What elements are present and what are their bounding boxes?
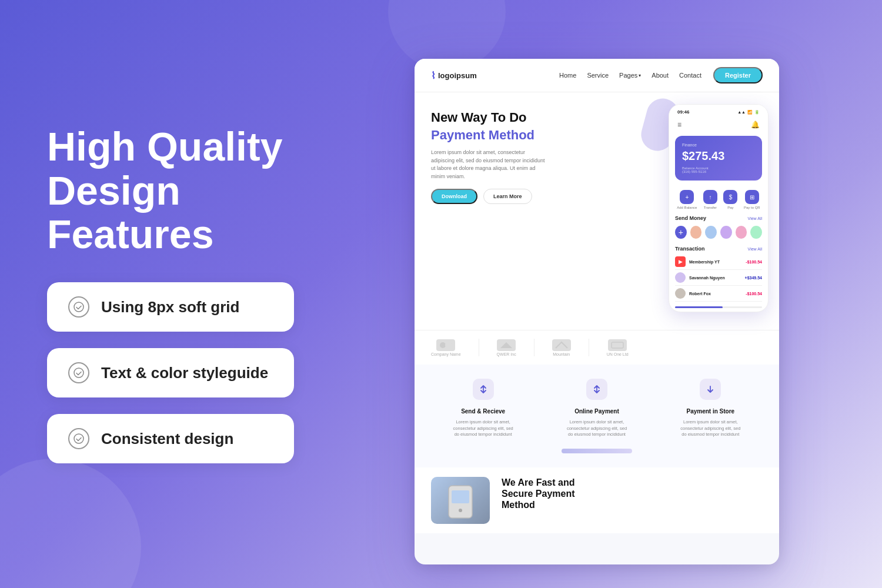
svg-point-4 xyxy=(445,342,452,348)
tx-name-2: Robert Fox xyxy=(689,292,711,296)
feature-item-title-1: Online Payment xyxy=(574,408,619,415)
hero-heading-1: New Way To Do xyxy=(431,110,653,125)
transfer-icon: ↑ xyxy=(703,190,717,204)
nav-pages[interactable]: Pages ▾ xyxy=(619,72,641,79)
send-money-link[interactable]: View All xyxy=(748,216,762,220)
svg-point-9 xyxy=(459,509,462,512)
tx-icon-savannah xyxy=(675,272,686,283)
partner-3: Mountain xyxy=(552,339,571,356)
tx-icon-yt: ▶ xyxy=(675,256,686,267)
phone-menu-icon: ≡ xyxy=(677,121,681,129)
logo-text: logoipsum xyxy=(438,71,477,80)
bottom-section: We Are Fast and Secure Payment Method xyxy=(415,467,779,533)
feature-text-design: Consistent design xyxy=(101,430,233,448)
phone-action-transfer[interactable]: ↑ Transfer xyxy=(703,190,717,209)
hero-text-col: New Way To Do Payment Method Lorem ipsum… xyxy=(431,110,653,318)
phone-transactions: ▶ Membership YT -$100.54 Savannah Nguyen… xyxy=(669,254,768,306)
phone-send-money-header: Send Money View All xyxy=(669,213,768,223)
avatar-3 xyxy=(720,226,732,239)
feature-item-0: Send & Recieve Lorem ipsum dolor sit ame… xyxy=(431,379,535,438)
check-icon-design xyxy=(68,428,89,449)
partner-logo-2 xyxy=(497,339,516,351)
learn-more-button[interactable]: Learn More xyxy=(483,189,532,204)
qr-icon: ⊞ xyxy=(745,190,759,204)
partner-4: UN One Ltd xyxy=(607,339,629,356)
phone-action-pay[interactable]: $ Pay xyxy=(723,190,737,209)
send-money-title: Send Money xyxy=(675,215,706,221)
nav-service[interactable]: Service xyxy=(587,72,609,79)
feature-item-desc-2: Lorem ipsum dolor sit amet, consectetur … xyxy=(678,419,743,438)
nav-about[interactable]: About xyxy=(652,72,669,79)
feature-item-desc-0: Lorem ipsum dolor sit amet, consectetur … xyxy=(451,419,516,438)
tx-name-1: Savannah Nguyen xyxy=(689,276,725,280)
phone-avatars: + xyxy=(669,223,768,243)
tx-amount-2: -$100.54 xyxy=(746,292,762,296)
feature-item-desc-1: Lorem ipsum dolor sit amet, consectetur … xyxy=(564,419,629,438)
title-line1: High Quality xyxy=(47,124,282,169)
feature-card-design: Consistent design xyxy=(47,414,294,463)
right-panel: ⌇ logoipsum Home Service Pages ▾ About C… xyxy=(329,24,882,564)
partners-row: Company Name QWER Inc Mountain xyxy=(415,330,779,365)
partner-divider-1 xyxy=(479,339,479,356)
features-bar xyxy=(562,449,632,453)
tx-link[interactable]: View All xyxy=(748,247,762,251)
svg-rect-6 xyxy=(612,342,623,348)
feature-item-title-2: Payment in Store xyxy=(686,408,734,415)
avatar-2 xyxy=(705,226,717,239)
bottom-image xyxy=(431,477,490,524)
hero-section: New Way To Do Payment Method Lorem ipsum… xyxy=(415,92,779,330)
nav-logo: ⌇ logoipsum xyxy=(431,70,477,81)
phone-status-icons: ▲▲ 📶 🔋 xyxy=(737,110,760,115)
features-grid: Send & Recieve Lorem ipsum dolor sit ame… xyxy=(431,379,763,438)
outer-container: High Quality Design Features Using 8px s… xyxy=(0,0,882,588)
hero-heading-2: Payment Method xyxy=(431,128,653,143)
nav-links: Home Service Pages ▾ About Contact xyxy=(559,72,701,79)
phone-top-nav: ≡ 🔔 xyxy=(669,117,768,132)
partner-name-2: QWER Inc xyxy=(497,352,516,356)
tx-name-0: Membership YT xyxy=(689,260,720,264)
add-balance-icon: + xyxy=(680,190,694,204)
tx-amount-1: +$349.54 xyxy=(745,276,762,280)
phone-bell-icon: 🔔 xyxy=(751,121,760,129)
feature-icon-0 xyxy=(473,379,494,400)
phone-action-qr[interactable]: ⊞ Pay to QR xyxy=(744,190,760,209)
pay-icon: $ xyxy=(723,190,737,204)
download-button[interactable]: Download xyxy=(431,189,477,204)
feature-item-1: Online Payment Lorem ipsum dolor sit ame… xyxy=(544,379,649,438)
phone-card-sub: Balance Account (316) 555-5116 xyxy=(682,166,755,173)
tx-icon-robert xyxy=(675,288,686,299)
left-panel: High Quality Design Features Using 8px s… xyxy=(0,89,329,499)
bottom-text-col: We Are Fast and Secure Payment Method xyxy=(502,477,763,524)
avatar-4 xyxy=(736,226,747,239)
logo-icon: ⌇ xyxy=(431,70,436,81)
nav-home[interactable]: Home xyxy=(559,72,576,79)
feature-icon-1 xyxy=(586,379,607,400)
feature-card-grid: Using 8px soft grid xyxy=(47,282,294,332)
feature-item-title-0: Send & Recieve xyxy=(461,408,505,415)
tx-row-0: ▶ Membership YT -$100.54 xyxy=(675,254,762,270)
phone-mockup: 09:46 ▲▲ 📶 🔋 ≡ 🔔 Finance $275.43 xyxy=(669,104,769,312)
partner-divider-2 xyxy=(534,339,534,356)
progress-bar-bg xyxy=(675,306,762,308)
partner-logo-3 xyxy=(552,339,571,351)
phone-status-bar: 09:46 ▲▲ 📶 🔋 xyxy=(669,105,768,117)
phone-action-add[interactable]: + Add Balance xyxy=(677,190,697,209)
partner-divider-3 xyxy=(589,339,589,356)
feature-text-grid: Using 8px soft grid xyxy=(101,298,239,316)
check-icon-grid xyxy=(68,296,89,318)
check-icon-color xyxy=(68,362,89,383)
partner-1: Company Name xyxy=(431,339,461,356)
avatar-add[interactable]: + xyxy=(675,226,687,239)
features-section: Send & Recieve Lorem ipsum dolor sit ame… xyxy=(415,365,779,467)
title-line2: Design Features xyxy=(47,168,213,257)
main-title: High Quality Design Features xyxy=(47,125,294,256)
nav-contact[interactable]: Contact xyxy=(679,72,701,79)
browser-window: ⌇ logoipsum Home Service Pages ▾ About C… xyxy=(415,59,779,564)
register-button[interactable]: Register xyxy=(713,67,763,83)
partner-name-1: Company Name xyxy=(431,352,461,356)
partner-logo-4 xyxy=(608,339,627,351)
site-nav: ⌇ logoipsum Home Service Pages ▾ About C… xyxy=(415,59,779,92)
svg-marker-5 xyxy=(500,342,512,348)
phone-actions: + Add Balance ↑ Transfer $ Pay ⊞ xyxy=(669,184,768,213)
feature-item-2: Payment in Store Lorem ipsum dolor sit a… xyxy=(659,379,763,438)
